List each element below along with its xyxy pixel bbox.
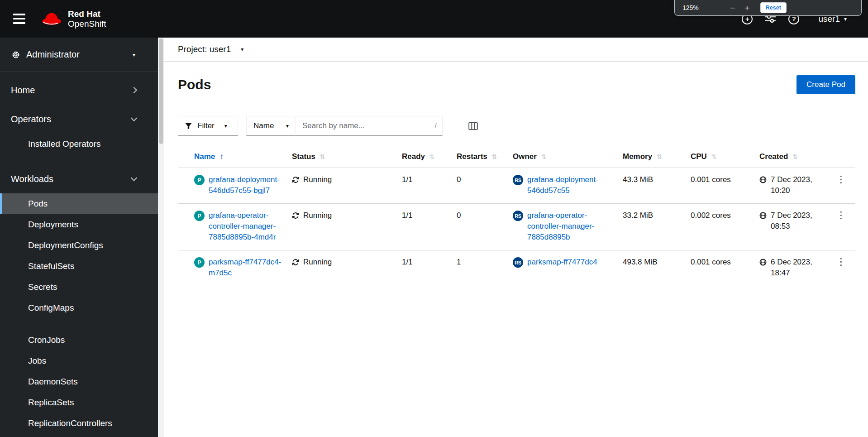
- sidebar-item-installed-operators[interactable]: Installed Operators: [0, 134, 158, 154]
- pod-created-text: 7 Dec 2023, 08:53: [771, 210, 824, 232]
- operators-children-wrap: Installed Operators: [0, 134, 158, 154]
- pod-status-text: Running: [303, 174, 332, 185]
- sidebar-item-label: Secrets: [28, 282, 57, 292]
- plus-glyph: +: [745, 15, 749, 23]
- sidebar-item-cronjobs[interactable]: CronJobs: [0, 330, 158, 351]
- browser-zoom-popup: 125% − + Reset: [674, 0, 862, 16]
- sidebar-item-label: Operators: [11, 114, 51, 125]
- column-label: Status: [292, 152, 315, 161]
- sidebar-item-configmaps[interactable]: ConfigMaps: [0, 298, 158, 318]
- pod-created-text: 7 Dec 2023, 10:20: [771, 174, 824, 196]
- sidebar-item-label: Pods: [28, 199, 48, 209]
- pod-memory-cell: 43.3 MiB: [623, 174, 691, 185]
- sidebar-scrollbar-thumb[interactable]: [159, 38, 163, 144]
- perspective-switcher[interactable]: Administrator ▾: [0, 38, 158, 72]
- chevron-down-icon: ▾: [286, 123, 289, 129]
- search-input[interactable]: [296, 116, 443, 136]
- pod-restarts-cell: 0: [457, 210, 513, 221]
- sidebar-item-jobs[interactable]: Jobs: [0, 351, 158, 371]
- kebab-menu-icon[interactable]: ⋮: [834, 210, 849, 220]
- column-header-created[interactable]: Created ⇅: [759, 152, 832, 161]
- owner-link[interactable]: parksmap-ff7477dc4: [527, 257, 597, 268]
- pod-memory-cell: 33.2 MiB: [623, 210, 691, 221]
- sidebar-item-operators[interactable]: Operators: [0, 105, 158, 134]
- pod-created-cell: 6 Dec 2023, 18:47: [759, 257, 832, 279]
- sidebar-item-label: ConfigMaps: [28, 303, 74, 313]
- project-selector[interactable]: Project: user1 ▾: [178, 44, 243, 54]
- nav-toggle-hamburger-icon[interactable]: [13, 14, 25, 24]
- zoom-out-button[interactable]: −: [727, 4, 739, 12]
- project-selector-label: Project: user1: [178, 44, 231, 54]
- pod-name-link[interactable]: parksmap-ff7477dc4-m7d5c: [209, 257, 282, 279]
- pod-name-cell: P parksmap-ff7477dc4-m7d5c: [178, 257, 292, 279]
- create-pod-button[interactable]: Create Pod: [796, 75, 855, 94]
- pod-created-cell: 7 Dec 2023, 10:20: [759, 174, 832, 196]
- column-header-owner[interactable]: Owner ⇅: [513, 152, 623, 161]
- pod-ready-cell: 1/1: [402, 210, 457, 221]
- column-header-name[interactable]: Name ↑: [178, 152, 292, 161]
- sidebar-item-label: Installed Operators: [28, 139, 101, 149]
- sidebar-item-label: CronJobs: [28, 335, 65, 345]
- command-line-tools-icon[interactable]: [765, 15, 776, 23]
- search-shortcut-hint: /: [435, 122, 437, 130]
- globe-icon: [759, 212, 767, 219]
- sidebar-item-label: ReplicaSets: [28, 398, 74, 408]
- replicaset-badge: RS: [513, 211, 523, 221]
- chevron-right-icon: [131, 87, 137, 93]
- pod-created-cell: 7 Dec 2023, 08:53: [759, 210, 832, 232]
- page-header: Pods Create Pod: [164, 62, 868, 94]
- zoom-in-button[interactable]: +: [741, 4, 753, 12]
- pods-table: Name ↑ Status ⇅ Ready ⇅ Restarts ⇅ Owner…: [178, 147, 855, 286]
- manage-columns-button[interactable]: [467, 120, 480, 132]
- main-content: Project: user1 ▾ Pods Create Pod Filter …: [164, 38, 868, 437]
- sidebar-item-pods[interactable]: Pods: [0, 193, 158, 214]
- sidebar-item-daemonsets[interactable]: DaemonSets: [0, 371, 158, 392]
- column-label: Memory: [623, 152, 652, 161]
- project-bar: Project: user1 ▾: [164, 38, 868, 62]
- zoom-reset-button[interactable]: Reset: [760, 2, 787, 13]
- filter-dropdown[interactable]: Filter ▾: [178, 116, 238, 136]
- chevron-down-icon: [131, 174, 137, 181]
- sidebar-scrollbar[interactable]: [158, 38, 164, 437]
- globe-icon: [759, 259, 767, 266]
- pod-row: P grafana-deployment-546dd57c55-bgjl7 Ru…: [178, 168, 855, 203]
- sidebar-item-label: Jobs: [28, 356, 46, 366]
- kebab-menu-icon[interactable]: ⋮: [834, 174, 849, 184]
- kebab-menu-icon[interactable]: ⋮: [834, 257, 849, 267]
- sidebar-item-workloads[interactable]: Workloads: [0, 164, 158, 193]
- sidebar: Administrator ▾ Home Operators Installed…: [0, 38, 158, 437]
- sidebar-item-statefulsets[interactable]: StatefulSets: [0, 256, 158, 277]
- search-attribute-dropdown[interactable]: Name ▾: [246, 116, 296, 136]
- pod-owner-cell: RS grafana-operator-controller-manager-7…: [513, 210, 623, 243]
- pod-badge: P: [194, 175, 205, 185]
- page-title: Pods: [178, 75, 211, 94]
- brand-text: Red Hat OpenShift: [68, 9, 106, 29]
- pod-name-cell: P grafana-operator-controller-manager-78…: [178, 210, 292, 243]
- sidebar-item-label: DaemonSets: [28, 377, 78, 387]
- sidebar-item-secrets[interactable]: Secrets: [0, 277, 158, 298]
- column-label: Ready: [402, 152, 425, 161]
- owner-link[interactable]: grafana-operator-controller-manager-7885…: [527, 210, 611, 243]
- column-header-cpu[interactable]: CPU ⇅: [691, 152, 759, 161]
- column-header-ready[interactable]: Ready ⇅: [402, 152, 457, 161]
- sidebar-item-home[interactable]: Home: [0, 76, 158, 105]
- sidebar-item-deploymentconfigs[interactable]: DeploymentConfigs: [0, 235, 158, 256]
- pod-restarts-cell: 1: [457, 257, 513, 268]
- pod-name-link[interactable]: grafana-deployment-546dd57c55-bgjl7: [209, 174, 282, 196]
- sidebar-nav: Home Operators Installed Operators Workl…: [0, 76, 158, 434]
- owner-link[interactable]: grafana-deployment-546dd57c55: [527, 174, 611, 196]
- pod-status-cell: Running: [292, 174, 402, 185]
- column-header-status[interactable]: Status ⇅: [292, 152, 402, 161]
- sidebar-item-replicationcontrollers[interactable]: ReplicationControllers: [0, 413, 158, 434]
- sidebar-item-replicasets[interactable]: ReplicaSets: [0, 392, 158, 413]
- gear-icon: [11, 50, 21, 60]
- pod-name-link[interactable]: grafana-operator-controller-manager-7885…: [209, 210, 282, 243]
- operators-children: Installed Operators: [0, 134, 158, 154]
- column-header-memory[interactable]: Memory ⇅: [623, 152, 691, 161]
- brand-link[interactable]: Red Hat OpenShift: [41, 9, 106, 29]
- pod-ready-cell: 1/1: [402, 257, 457, 268]
- sidebar-item-deployments[interactable]: Deployments: [0, 214, 158, 235]
- column-header-restarts[interactable]: Restarts ⇅: [457, 152, 513, 161]
- pod-name-cell: P grafana-deployment-546dd57c55-bgjl7: [178, 174, 292, 196]
- pod-actions-cell: ⋮: [832, 174, 855, 186]
